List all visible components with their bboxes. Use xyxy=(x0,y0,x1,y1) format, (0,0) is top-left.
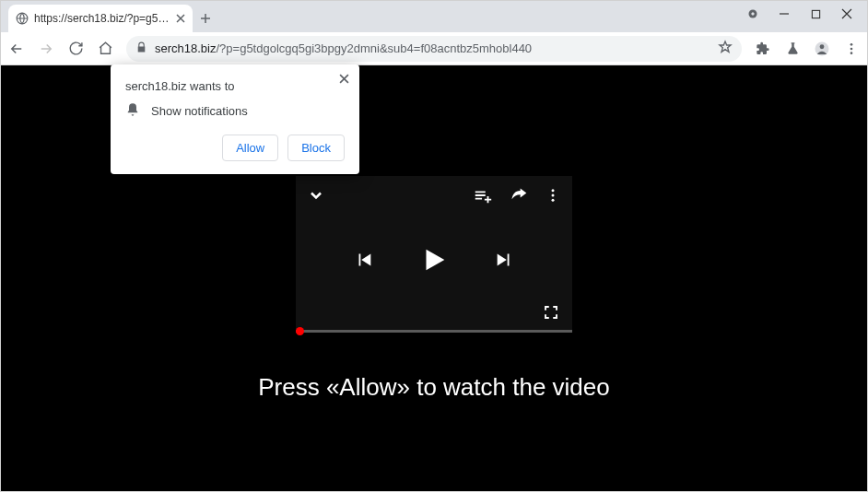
bookmark-star-icon[interactable] xyxy=(718,40,733,57)
lock-icon xyxy=(135,41,147,56)
home-button[interactable] xyxy=(97,41,113,57)
permission-title: serch18.biz wants to xyxy=(125,79,345,93)
shield-icon[interactable] xyxy=(747,8,758,19)
extensions-icon[interactable] xyxy=(755,41,771,57)
maximize-button[interactable] xyxy=(810,8,821,19)
block-button[interactable]: Block xyxy=(287,135,345,161)
permission-item: Show notifications xyxy=(151,104,248,118)
minimize-button[interactable] xyxy=(779,8,790,19)
allow-button[interactable]: Allow xyxy=(222,135,278,161)
close-icon[interactable] xyxy=(335,70,352,87)
chevron-down-icon[interactable] xyxy=(307,186,325,208)
svg-rect-2 xyxy=(812,10,819,18)
profile-icon[interactable] xyxy=(814,41,830,57)
svg-point-6 xyxy=(850,47,853,50)
svg-point-10 xyxy=(552,199,555,202)
play-icon[interactable] xyxy=(418,244,450,279)
menu-icon[interactable] xyxy=(843,41,860,57)
reload-button[interactable] xyxy=(67,41,84,57)
globe-icon xyxy=(16,12,29,25)
close-tab-icon[interactable] xyxy=(176,14,185,23)
bell-icon xyxy=(125,102,140,120)
new-tab-button[interactable] xyxy=(193,5,218,32)
previous-track-icon[interactable] xyxy=(354,250,374,274)
flask-icon[interactable] xyxy=(784,41,801,57)
svg-point-5 xyxy=(850,43,853,46)
close-window-button[interactable] xyxy=(841,8,852,19)
browser-titlebar: https://serch18.biz/?p=g5tdgolc xyxy=(1,1,867,32)
window-controls xyxy=(747,1,867,19)
fullscreen-icon[interactable] xyxy=(543,308,559,323)
playlist-add-icon[interactable] xyxy=(473,185,493,209)
permission-popup: serch18.biz wants to Show notifications … xyxy=(111,64,359,174)
svg-point-8 xyxy=(552,189,555,192)
back-button[interactable] xyxy=(8,41,25,57)
tab-title: https://serch18.biz/?p=g5tdgolc xyxy=(34,12,170,25)
more-vert-icon[interactable] xyxy=(545,187,561,207)
url-text: serch18.biz/?p=g5tdgolcgq5gi3bpgy2dmni&s… xyxy=(155,41,710,55)
page-caption: Press «Allow» to watch the video xyxy=(258,373,610,402)
next-track-icon[interactable] xyxy=(494,250,514,274)
svg-point-7 xyxy=(850,52,853,54)
forward-button[interactable] xyxy=(38,41,54,57)
browser-tab[interactable]: https://serch18.biz/?p=g5tdgolc xyxy=(8,5,193,32)
progress-thumb[interactable] xyxy=(296,327,304,335)
share-icon[interactable] xyxy=(510,186,528,208)
svg-point-9 xyxy=(552,194,555,197)
progress-bar[interactable] xyxy=(296,330,572,333)
browser-toolbar: serch18.biz/?p=g5tdgolcgq5gi3bpgy2dmni&s… xyxy=(1,32,867,65)
video-player xyxy=(296,176,572,333)
address-bar[interactable]: serch18.biz/?p=g5tdgolcgq5gi3bpgy2dmni&s… xyxy=(126,36,742,62)
svg-point-4 xyxy=(820,44,825,49)
